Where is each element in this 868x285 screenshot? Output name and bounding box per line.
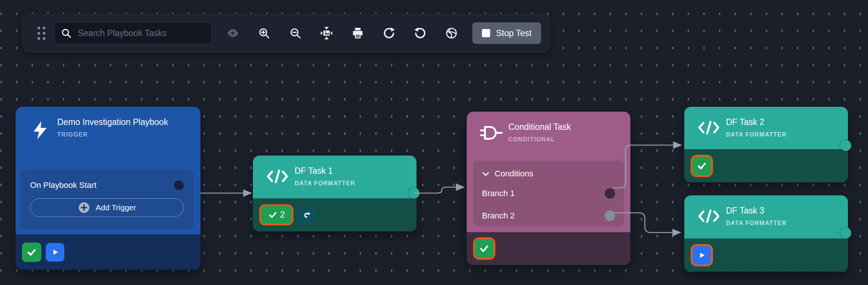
globe-icon <box>445 26 458 40</box>
stop-test-label: Stop Test <box>496 28 531 38</box>
df2-title: DF Task 2 <box>726 116 787 128</box>
trigger-success-badge[interactable] <box>22 243 41 262</box>
chevron-down-icon <box>482 172 489 176</box>
trigger-header: Demo Investigation Playbook TRIGGER <box>16 107 200 141</box>
df3-header: DF Task 3 DATA FORMATTER <box>684 195 848 227</box>
node-df-task-3[interactable]: DF Task 3 DATA FORMATTER <box>684 195 848 272</box>
df3-output-port[interactable] <box>840 227 851 238</box>
check-icon <box>268 210 278 220</box>
playbook-canvas[interactable]: Stop Test Demo Investigation Playbook TR… <box>0 0 868 285</box>
node-trigger[interactable]: Demo Investigation Playbook TRIGGER On P… <box>16 107 200 270</box>
code-icon <box>260 165 295 187</box>
fit-to-screen-button[interactable] <box>316 23 337 44</box>
df2-output-port[interactable] <box>840 140 851 151</box>
stop-test-button[interactable]: Stop Test <box>472 22 541 44</box>
df1-title: DF Task 1 <box>295 165 355 177</box>
df3-run-highlight-ring <box>691 244 713 266</box>
stop-square-icon <box>482 29 490 37</box>
arrowhead <box>456 183 465 191</box>
df3-title: DF Task 3 <box>726 205 787 217</box>
fit-to-screen-icon <box>320 26 333 40</box>
toolbar-drag-handle-icon[interactable] <box>38 27 45 40</box>
branch-2-label: Branch 2 <box>482 211 515 221</box>
conditional-title: Conditional Task <box>508 121 571 133</box>
df1-success-count: 2 <box>280 210 285 220</box>
branch-1-label: Branch 1 <box>482 189 515 198</box>
df3-footer <box>684 238 848 272</box>
df1-success-badge[interactable]: 2 <box>261 206 292 224</box>
search-box[interactable] <box>54 22 212 44</box>
zoom-in-button[interactable] <box>254 23 274 44</box>
df3-type-label: DATA FORMATTER <box>726 220 787 227</box>
conditions-toggle[interactable]: Conditions <box>482 165 615 182</box>
globe-button[interactable] <box>441 23 462 44</box>
arrowhead <box>672 229 681 236</box>
df2-header: DF Task 2 DATA FORMATTER <box>684 107 848 138</box>
df3-run-badge[interactable] <box>692 246 711 265</box>
branch-row-2[interactable]: Branch 2 <box>482 205 615 227</box>
df1-rerun-badge[interactable] <box>298 206 315 224</box>
print-button[interactable] <box>347 23 368 44</box>
df1-output-port[interactable] <box>408 188 419 199</box>
redo-button[interactable] <box>379 23 399 44</box>
zoom-in-icon <box>258 27 270 39</box>
trigger-step-row[interactable]: On Playbook Start <box>30 173 184 198</box>
df2-footer <box>684 149 848 182</box>
add-trigger-label: Add Trigger <box>96 203 136 212</box>
branch-row-1[interactable]: Branch 1 <box>482 182 615 205</box>
zoom-out-icon <box>289 27 302 39</box>
check-icon <box>479 243 490 254</box>
conditional-footer <box>467 232 630 265</box>
code-icon <box>692 116 726 138</box>
redo-icon <box>382 26 396 40</box>
df2-success-badge[interactable] <box>692 157 711 175</box>
df1-footer: 2 <box>253 198 417 231</box>
trigger-run-badge[interactable] <box>46 243 64 262</box>
branch-1-output-port[interactable] <box>605 188 615 199</box>
node-conditional-task[interactable]: Conditional Task CONDITIONAL Conditions … <box>467 112 630 265</box>
node-df-task-2[interactable]: DF Task 2 DATA FORMATTER <box>684 107 848 182</box>
visibility-button[interactable] <box>222 23 243 44</box>
trigger-steps-panel: On Playbook Start Add Trigger <box>20 170 193 230</box>
conditions-panel: Conditions Branch 1 Branch 2 <box>473 161 624 226</box>
check-icon <box>26 247 37 258</box>
lightning-bolt-icon <box>23 116 57 141</box>
rerun-arrow-icon <box>302 210 311 220</box>
play-icon <box>50 247 60 257</box>
trigger-step-label: On Playbook Start <box>30 180 97 190</box>
conditional-success-highlight-ring <box>473 237 495 260</box>
node-df-task-1[interactable]: DF Task 1 DATA FORMATTER 2 <box>253 156 417 231</box>
zoom-out-button[interactable] <box>285 23 306 44</box>
df1-type-label: DATA FORMATTER <box>295 180 355 187</box>
conditional-type-label: CONDITIONAL <box>508 136 571 143</box>
canvas-toolbar: Stop Test <box>22 14 550 52</box>
search-input[interactable] <box>77 28 206 39</box>
df1-success-highlight-ring: 2 <box>259 204 293 225</box>
conditions-label: Conditions <box>495 169 533 179</box>
play-icon <box>697 250 707 260</box>
arrowhead <box>673 141 682 149</box>
check-icon <box>696 160 707 172</box>
trigger-footer <box>16 234 200 270</box>
add-trigger-button[interactable]: Add Trigger <box>30 198 184 217</box>
df1-header: DF Task 1 DATA FORMATTER <box>253 156 417 187</box>
plus-circle-icon <box>78 201 90 214</box>
trigger-type-label: TRIGGER <box>57 131 168 138</box>
undo-button[interactable] <box>410 23 431 44</box>
connector-df1-to-conditional <box>414 187 457 193</box>
print-icon <box>351 26 364 40</box>
conditional-header: Conditional Task CONDITIONAL <box>467 112 630 143</box>
trigger-output-port[interactable] <box>174 180 184 190</box>
logic-gate-icon <box>474 121 508 143</box>
code-icon <box>692 205 726 227</box>
search-icon <box>61 28 72 39</box>
conditional-success-badge[interactable] <box>475 239 494 258</box>
df2-type-label: DATA FORMATTER <box>726 131 787 138</box>
visibility-icon <box>226 26 239 40</box>
df2-success-highlight-ring <box>691 155 713 177</box>
arrowhead <box>243 189 252 197</box>
trigger-title: Demo Investigation Playbook <box>57 116 168 128</box>
branch-2-output-port[interactable] <box>605 211 615 221</box>
undo-icon <box>414 26 427 40</box>
